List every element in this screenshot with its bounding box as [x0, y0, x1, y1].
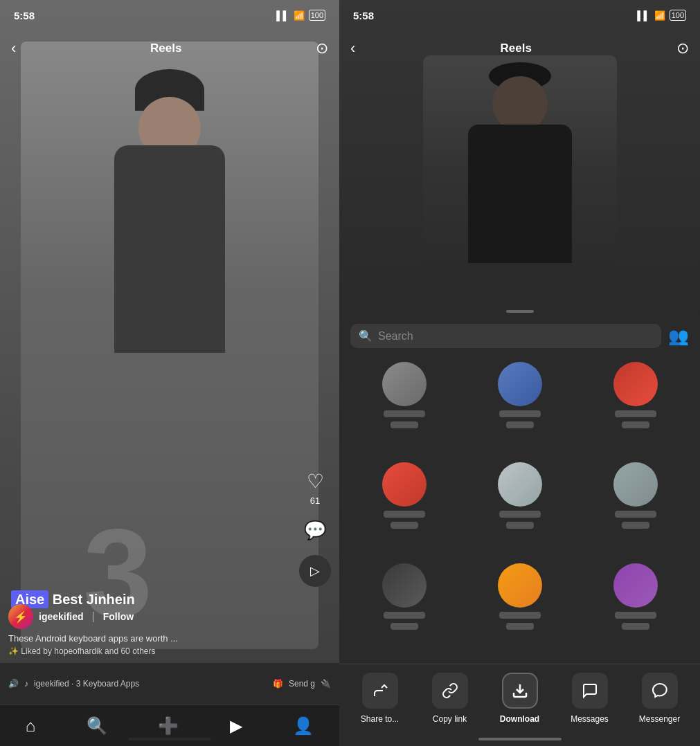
- right-camera-icon[interactable]: ⊙: [676, 39, 689, 57]
- messenger-button[interactable]: Messenger: [635, 673, 685, 724]
- contact-name-8b: [506, 623, 534, 630]
- right-signal-icon: ▌▌: [637, 10, 649, 21]
- plug-icon: 🔌: [321, 679, 331, 689]
- share-to-label: Share to...: [361, 714, 399, 724]
- share-sheet: 🔍 Search 👥: [339, 303, 700, 746]
- left-header: ‹ Reels ⊙: [0, 30, 339, 66]
- left-status-bar: 5:58 ▌▌ 📶 100: [0, 0, 339, 30]
- contact-item[interactable]: [466, 362, 573, 454]
- messages-label: Messages: [571, 714, 609, 724]
- right-status-icons: ▌▌ 📶 100: [637, 10, 686, 21]
- username: igeekified: [39, 611, 84, 622]
- left-time: 5:58: [14, 10, 35, 21]
- bottom-music-bar: 🔊 ♪ igeekified · 3 Keyboard Apps 🎁 Send …: [0, 663, 339, 704]
- right-home-indicator: [478, 738, 562, 740]
- separator: |: [92, 610, 95, 623]
- contact-avatar-2: [498, 362, 542, 406]
- right-back-icon[interactable]: ‹: [350, 39, 355, 57]
- contact-avatar-8: [498, 563, 542, 608]
- left-camera-icon[interactable]: ⊙: [316, 39, 328, 57]
- video-actions: ♡ 61 💬 ▷: [299, 470, 331, 587]
- right-time: 5:58: [353, 10, 374, 21]
- contact-name-4b: [391, 522, 418, 529]
- contact-name-7b: [391, 623, 418, 630]
- contact-name-7: [384, 612, 425, 619]
- contact-name-1: [384, 410, 425, 417]
- download-icon: [502, 673, 538, 709]
- contact-name-3: [615, 410, 656, 417]
- nav-add-icon[interactable]: ➕: [158, 716, 179, 736]
- search-box[interactable]: 🔍 Search: [350, 324, 661, 348]
- contact-item[interactable]: [582, 563, 689, 655]
- left-nav: ⌂ 🔍 ➕ ▶ 👤: [0, 704, 339, 746]
- contact-name-6: [615, 511, 656, 518]
- contact-item[interactable]: [350, 362, 458, 454]
- send-icon: ▷: [310, 563, 320, 579]
- wifi-icon: 📶: [294, 10, 305, 21]
- share-to-icon: [362, 673, 398, 709]
- contact-name-4: [384, 511, 425, 518]
- search-row: 🔍 Search 👥: [339, 318, 700, 354]
- download-button[interactable]: Download: [495, 673, 545, 724]
- contact-name-2: [499, 410, 541, 417]
- contact-name-2b: [506, 421, 534, 428]
- copy-link-icon: [432, 673, 468, 709]
- nav-home-icon[interactable]: ⌂: [26, 716, 36, 736]
- gift-icon: 🎁: [273, 679, 283, 689]
- contact-avatar-4: [382, 462, 427, 507]
- user-info: ⚡ igeekified | Follow These Android keyb…: [8, 604, 298, 656]
- contact-avatar-6: [613, 462, 658, 507]
- share-button[interactable]: ▷: [299, 555, 331, 587]
- add-people-icon[interactable]: 👥: [668, 327, 689, 346]
- contact-name-9b: [622, 623, 649, 630]
- battery-icon: 100: [309, 10, 325, 21]
- left-status-icons: ▌▌ 📶 100: [276, 10, 325, 21]
- back-icon[interactable]: ‹: [11, 39, 16, 57]
- contact-name-3b: [622, 421, 649, 428]
- follow-button[interactable]: Follow: [103, 611, 134, 622]
- contact-avatar-3: [613, 362, 658, 406]
- contact-item[interactable]: [350, 563, 458, 655]
- sound-icon: 🔊: [8, 679, 19, 689]
- right-wifi-icon: 📶: [654, 10, 665, 21]
- caption: These Android keyboard apps are worth ..…: [8, 633, 298, 644]
- track-name: igeekified · 3 Keyboard Apps: [34, 679, 267, 689]
- liked-by: ✨ Liked by hopeofhardik and 60 others: [8, 646, 298, 656]
- contact-grid: [339, 354, 700, 664]
- avatar: ⚡: [8, 604, 33, 629]
- left-panel: 3 5:58 ▌▌ 📶 100 ‹ Reels ⊙ ♡ 61 💬 ▷ Aise …: [0, 0, 339, 746]
- share-to-button[interactable]: Share to...: [355, 673, 405, 724]
- contact-avatar-9: [613, 563, 658, 608]
- contact-avatar-5: [498, 462, 542, 507]
- contact-item[interactable]: [582, 462, 689, 554]
- contact-item[interactable]: [466, 563, 573, 655]
- like-button[interactable]: ♡ 61: [307, 470, 324, 506]
- sparkle-icon: ✨: [8, 646, 19, 656]
- right-reels-title: Reels: [500, 42, 531, 55]
- music-note-icon: ♪: [24, 679, 28, 689]
- search-placeholder-text: Search: [378, 330, 413, 343]
- right-panel: 5:58 ▌▌ 📶 100 ‹ Reels ⊙ 🔍 Search 👥: [339, 0, 700, 746]
- copy-link-button[interactable]: Copy link: [425, 673, 475, 724]
- contact-name-1b: [391, 421, 418, 428]
- like-count: 61: [310, 495, 320, 506]
- download-label: Download: [500, 714, 539, 724]
- messages-button[interactable]: Messages: [565, 673, 615, 724]
- sheet-handle: [506, 310, 534, 313]
- contact-item[interactable]: [582, 362, 689, 454]
- person-body: [114, 145, 225, 353]
- nav-search-icon[interactable]: 🔍: [87, 716, 107, 736]
- comment-button[interactable]: 💬: [304, 520, 326, 541]
- nav-reels-icon[interactable]: ▶: [230, 716, 242, 736]
- messages-icon: [572, 673, 608, 709]
- contact-name-5: [499, 511, 541, 518]
- contact-item[interactable]: [350, 462, 458, 554]
- right-battery-icon: 100: [670, 10, 686, 21]
- contact-item[interactable]: [466, 462, 573, 554]
- share-actions: Share to... Copy link: [339, 664, 700, 738]
- messenger-label: Messenger: [639, 714, 680, 724]
- contact-name-9: [615, 612, 656, 619]
- contact-name-5b: [506, 522, 534, 529]
- nav-profile-icon[interactable]: 👤: [293, 716, 314, 736]
- send-label: Send g: [289, 679, 315, 689]
